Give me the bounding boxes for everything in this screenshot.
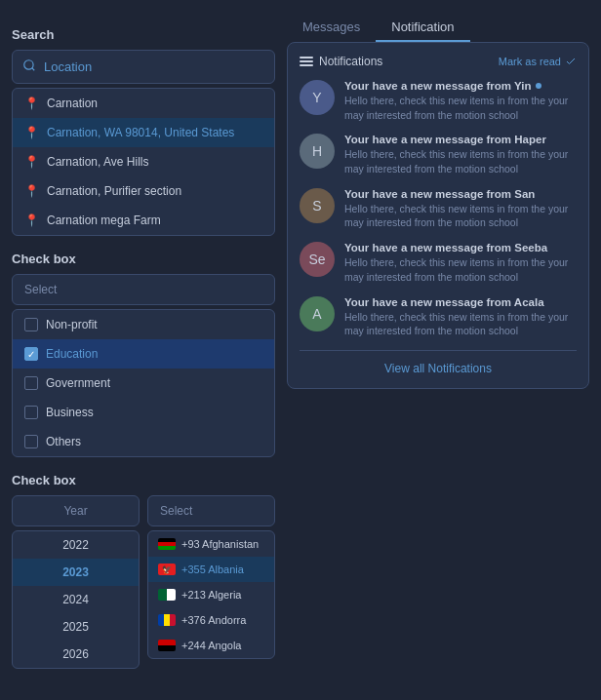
checkbox-education[interactable]: ✓ xyxy=(24,347,38,361)
flag-albania: 🦅 xyxy=(158,564,176,575)
avatar: H xyxy=(300,134,335,169)
year-list: 2022 2023 2024 2025 2026 xyxy=(12,530,140,669)
location-input[interactable] xyxy=(44,59,264,74)
flag-angola xyxy=(158,640,176,651)
checkbox2-title: Check box xyxy=(12,473,275,487)
notification-item-san[interactable]: S Your have a new message from San Hello… xyxy=(300,188,577,230)
unread-dot xyxy=(536,83,541,89)
list-item[interactable]: +376 Andorra xyxy=(148,607,274,633)
list-item[interactable]: 🦅 +355 Albania xyxy=(148,557,274,582)
year-column: Year 2022 2023 2024 2025 xyxy=(12,495,140,669)
list-item[interactable]: 2023 xyxy=(13,559,139,586)
notification-panel: Notifications Mark as read Y Your have a… xyxy=(287,42,589,389)
svg-point-0 xyxy=(24,60,33,69)
notification-title: Your have a new message from Acala xyxy=(344,296,577,308)
tabs-header: Messages Notification xyxy=(287,12,589,42)
location-option-5: Carnation mega Farm xyxy=(47,214,161,227)
location-option-4: Carnation, Purifier section xyxy=(47,184,181,198)
list-item[interactable]: 2024 xyxy=(13,586,139,613)
notification-content: Your have a new message from Haper Hello… xyxy=(344,134,577,175)
notification-content: Your have a new message from San Hello t… xyxy=(344,188,577,230)
notification-item-seeba[interactable]: Se Your have a new message from Seeba He… xyxy=(300,242,577,284)
year-2024: 2024 xyxy=(62,593,89,606)
year-2022: 2022 xyxy=(62,538,89,552)
tab-messages-label: Messages xyxy=(302,19,360,34)
location-option-1: Carnation xyxy=(47,97,98,110)
year-placeholder: Year xyxy=(63,504,87,518)
checkbox1-list: Non-profit ✓ Education Government Busine… xyxy=(12,309,275,457)
notification-item-yin[interactable]: Y Your have a new message from Yin Hello… xyxy=(300,80,577,122)
location-pin-icon: 📍 xyxy=(24,214,39,227)
location-option-3: Carnation, Ave Hills xyxy=(47,155,149,169)
location-pin-icon: 📍 xyxy=(24,184,39,198)
list-item[interactable]: +244 Angola xyxy=(148,633,274,658)
list-item[interactable]: 📍 Carnation, WA 98014, United States xyxy=(13,118,274,147)
list-item[interactable]: Government xyxy=(13,369,274,398)
list-item[interactable]: ✓ Education xyxy=(13,339,274,369)
tab-messages[interactable]: Messages xyxy=(287,12,376,42)
menu-icon[interactable] xyxy=(300,57,313,66)
avatar: Y xyxy=(300,80,335,115)
list-item[interactable]: 2025 xyxy=(13,613,139,641)
country-afghanistan: +93 Afghanistan xyxy=(181,538,259,550)
svg-line-1 xyxy=(32,68,35,71)
checkbox-label-business: Business xyxy=(46,406,94,419)
notifications-label: Notifications xyxy=(319,55,382,68)
notification-title: Your have a new message from Haper xyxy=(344,134,577,145)
checkbox1-title: Check box xyxy=(12,252,275,266)
year-2025: 2025 xyxy=(62,620,89,634)
country-andorra: +376 Andorra xyxy=(181,614,246,626)
year-input[interactable]: Year xyxy=(12,495,140,526)
location-dropdown: 📍 Carnation 📍 Carnation, WA 98014, Unite… xyxy=(12,88,275,236)
checkbox-others[interactable] xyxy=(24,435,38,448)
list-item[interactable]: +213 Algeria xyxy=(148,582,274,607)
mark-as-read-button[interactable]: Mark as read xyxy=(499,56,577,67)
notification-item-acala[interactable]: A Your have a new message from Acala Hel… xyxy=(300,296,577,338)
list-item[interactable]: Non-profit xyxy=(13,310,274,339)
list-item[interactable]: Business xyxy=(13,398,274,427)
year-2023: 2023 xyxy=(62,565,89,579)
checkbox-nonproft[interactable] xyxy=(24,318,38,331)
notification-content: Your have a new message from Acala Hello… xyxy=(344,296,577,338)
checkbox-label-education: Education xyxy=(46,347,98,361)
checkbox1-select[interactable]: Select xyxy=(12,274,275,305)
location-search-icon xyxy=(22,58,36,75)
list-item[interactable]: 📍 Carnation mega Farm xyxy=(13,206,274,235)
notification-title: Your have a new message from Seeba xyxy=(344,242,577,253)
avatar: S xyxy=(300,188,335,223)
checkbox-business[interactable] xyxy=(24,406,38,419)
year-2026: 2026 xyxy=(62,647,89,661)
checkbox-government[interactable] xyxy=(24,376,38,390)
tab-notification[interactable]: Notification xyxy=(376,12,469,42)
country-albania: +355 Albania xyxy=(181,564,244,575)
list-item[interactable]: 📍 Carnation xyxy=(13,89,274,118)
flag-algeria xyxy=(158,589,176,601)
view-all-section: View all Notifications xyxy=(300,350,577,376)
avatar: Se xyxy=(300,242,335,277)
list-item[interactable]: 2022 xyxy=(13,531,139,559)
country-column: Select +93 Afghanistan 🦅 +355 Albania xyxy=(147,495,275,669)
country-list: +93 Afghanistan 🦅 +355 Albania +213 Alge… xyxy=(147,530,275,659)
list-item[interactable]: 📍 Carnation, Purifier section xyxy=(13,176,274,206)
notification-item-haper[interactable]: H Your have a new message from Haper Hel… xyxy=(300,134,577,175)
list-item[interactable]: +93 Afghanistan xyxy=(148,531,274,557)
list-item[interactable]: Others xyxy=(13,427,274,456)
notification-title: Your have a new message from San xyxy=(344,188,577,200)
location-pin-icon: 📍 xyxy=(24,126,39,139)
list-item[interactable]: 2026 xyxy=(13,641,139,668)
avatar: A xyxy=(300,296,335,331)
country-algeria: +213 Algeria xyxy=(181,589,241,601)
location-option-2: Carnation, WA 98014, United States xyxy=(47,126,234,139)
notification-body: Hello there, check this new items in fro… xyxy=(344,255,577,284)
location-pin-icon: 📍 xyxy=(24,155,39,169)
view-all-notifications-link[interactable]: View all Notifications xyxy=(384,362,492,375)
list-item[interactable]: 📍 Carnation, Ave Hills xyxy=(13,147,274,176)
checkmark-icon xyxy=(565,56,577,67)
flag-andorra xyxy=(158,614,176,626)
notification-header-left: Notifications xyxy=(300,55,382,68)
search-title: Search xyxy=(12,27,275,42)
search-input-box[interactable] xyxy=(12,50,275,84)
country-select[interactable]: Select xyxy=(147,495,275,526)
tab-notification-label: Notification xyxy=(391,19,454,34)
checkbox-label-government: Government xyxy=(46,376,110,390)
